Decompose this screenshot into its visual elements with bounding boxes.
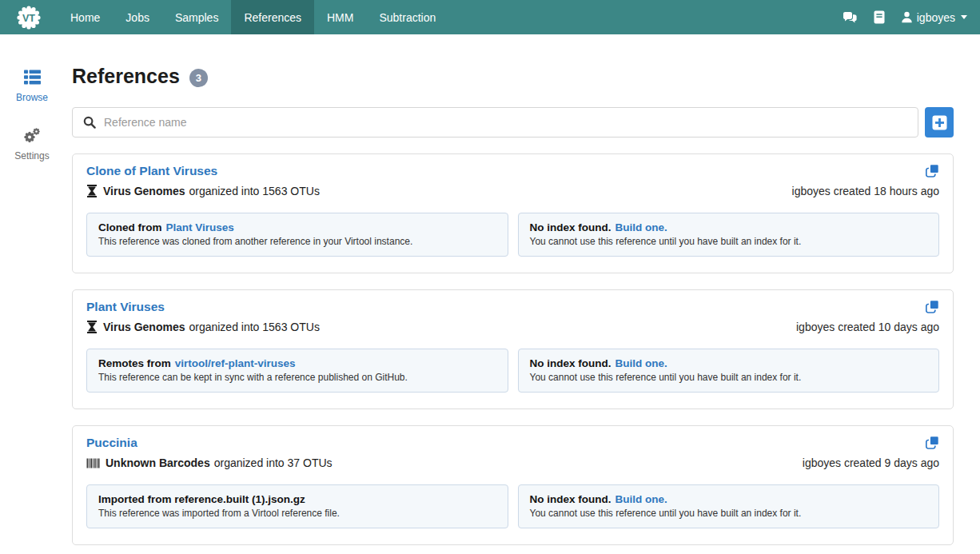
origin-label: Imported from reference.built (1).json.g… xyxy=(98,493,305,505)
index-description: You cannot use this reference until you … xyxy=(530,508,928,519)
page-header: References 3 xyxy=(72,65,954,88)
gears-icon xyxy=(23,127,41,143)
sidebar-settings-label: Settings xyxy=(0,150,64,161)
documentation-button[interactable] xyxy=(874,10,885,24)
index-info-box: No index found.Build one. You cannot use… xyxy=(518,213,940,257)
nav-links: Home Jobs Samples References HMM Subtrac… xyxy=(58,0,448,34)
nav-item-references[interactable]: References xyxy=(231,0,314,34)
index-info-box: No index found.Build one. You cannot use… xyxy=(518,349,940,393)
comments-icon xyxy=(843,11,858,24)
clone-reference-button[interactable] xyxy=(926,300,939,313)
index-status-label: No index found. xyxy=(530,357,612,369)
nav-item-hmm[interactable]: HMM xyxy=(314,0,366,34)
username-label: igboyes xyxy=(917,11,955,24)
clone-reference-button[interactable] xyxy=(926,436,939,449)
origin-label: Cloned from xyxy=(98,221,162,233)
origin-info-box: Cloned fromPlant Viruses This reference … xyxy=(86,213,508,257)
build-index-link[interactable]: Build one. xyxy=(615,221,667,233)
page-title: References xyxy=(72,65,180,88)
clone-icon xyxy=(926,300,939,313)
origin-description: This reference can be kept in sync with … xyxy=(98,372,496,383)
toolbar xyxy=(72,107,954,138)
reference-count-badge: 3 xyxy=(189,69,208,87)
created-timestamp: igboyes created 9 days ago xyxy=(803,456,939,469)
index-status-label: No index found. xyxy=(530,221,612,233)
origin-info-box: Remotes fromvirtool/ref-plant-viruses Th… xyxy=(86,349,508,393)
index-status-label: No index found. xyxy=(530,493,612,505)
dna-icon xyxy=(86,185,98,197)
reference-card: Clone of Plant Viruses xyxy=(72,153,954,273)
build-index-link[interactable]: Build one. xyxy=(615,357,667,369)
gear-logo-icon: VT xyxy=(13,2,45,34)
dna-icon xyxy=(86,321,98,333)
reference-title-link[interactable]: Clone of Plant Viruses xyxy=(86,164,217,178)
svg-text:VT: VT xyxy=(22,12,35,23)
top-navbar: VT Home Jobs Samples References HMM Subt… xyxy=(0,0,980,34)
clone-icon xyxy=(926,164,939,177)
chevron-down-icon xyxy=(961,15,967,19)
origin-link[interactable]: Plant Viruses xyxy=(166,221,234,233)
created-timestamp: igboyes created 10 days ago xyxy=(796,321,939,333)
reference-card: Plant Viruses xyxy=(72,289,954,409)
reference-card: Puccinia xyxy=(72,425,954,545)
origin-label: Remotes from xyxy=(98,357,171,369)
clone-reference-button[interactable] xyxy=(926,164,939,177)
origin-description: This reference was imported from a Virto… xyxy=(98,508,496,519)
sidebar-item-settings[interactable]: Settings xyxy=(0,127,64,161)
virtool-logo[interactable]: VT xyxy=(0,0,58,34)
build-index-link[interactable]: Build one. xyxy=(615,493,667,505)
index-description: You cannot use this reference until you … xyxy=(530,372,928,383)
origin-info-box: Imported from reference.built (1).json.g… xyxy=(86,484,508,528)
main-content: References 3 Clone of Pl xyxy=(72,34,954,545)
nav-item-jobs[interactable]: Jobs xyxy=(113,0,162,34)
index-info-box: No index found.Build one. You cannot use… xyxy=(518,484,940,528)
user-icon xyxy=(901,11,913,23)
nav-item-subtraction[interactable]: Subtraction xyxy=(366,0,448,34)
sidebar: Browse Settings xyxy=(0,34,64,185)
reference-title-link[interactable]: Puccinia xyxy=(86,436,137,450)
nav-item-samples[interactable]: Samples xyxy=(162,0,231,34)
nav-item-home[interactable]: Home xyxy=(58,0,113,34)
messages-button[interactable] xyxy=(843,11,858,24)
sidebar-item-browse[interactable]: Browse xyxy=(0,70,64,103)
reference-data-type: Unknown Barcodes organized into 37 OTUs xyxy=(86,456,333,469)
origin-description: This reference was cloned from another r… xyxy=(98,236,496,247)
reference-data-type: Virus Genomes organized into 1563 OTUs xyxy=(86,185,320,197)
plus-square-icon xyxy=(932,115,947,130)
nav-right: igboyes xyxy=(843,0,980,34)
search-input[interactable] xyxy=(104,116,907,129)
search-box xyxy=(72,107,918,138)
sidebar-browse-label: Browse xyxy=(0,92,64,103)
page: VT Home Jobs Samples References HMM Subt… xyxy=(0,0,980,554)
list-browse-icon xyxy=(24,70,41,85)
add-reference-button[interactable] xyxy=(925,107,954,138)
barcode-icon xyxy=(86,458,100,468)
user-menu[interactable]: igboyes xyxy=(901,11,967,24)
created-timestamp: igboyes created 18 hours ago xyxy=(792,185,939,197)
clone-icon xyxy=(926,436,939,449)
reference-title-link[interactable]: Plant Viruses xyxy=(86,300,165,314)
search-icon xyxy=(83,116,96,129)
book-icon xyxy=(874,10,885,24)
index-description: You cannot use this reference until you … xyxy=(530,236,928,247)
origin-link[interactable]: virtool/ref-plant-viruses xyxy=(175,357,296,369)
reference-data-type: Virus Genomes organized into 1563 OTUs xyxy=(86,321,320,333)
